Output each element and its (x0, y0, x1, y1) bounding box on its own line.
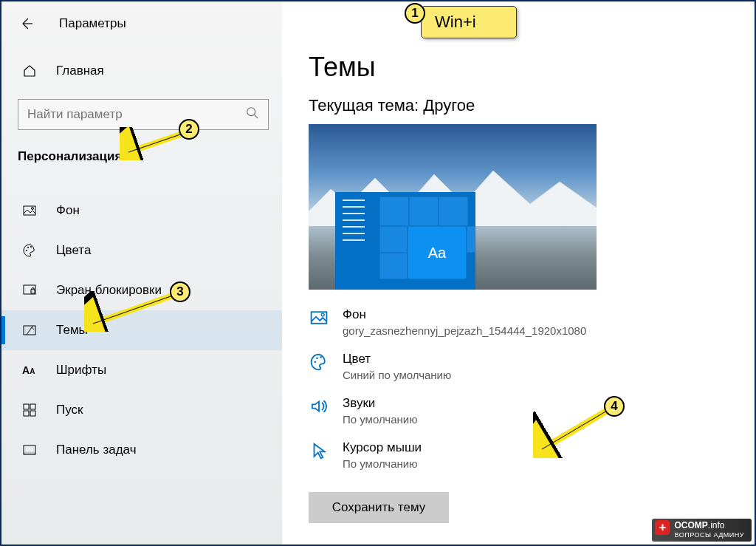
watermark: + OCOMP.info ВОПРОСЫ АДМИНУ (652, 519, 752, 542)
svg-point-18 (316, 358, 318, 360)
option-value: По умолчанию (343, 457, 422, 471)
svg-point-3 (26, 250, 27, 251)
svg-point-4 (27, 247, 29, 248)
option-sounds[interactable]: Звуки По умолчанию (309, 396, 755, 427)
back-button[interactable] (16, 13, 37, 34)
search-input[interactable] (27, 107, 246, 122)
svg-rect-12 (30, 411, 35, 416)
option-cursor[interactable]: Курсор мыши По умолчанию (309, 440, 755, 471)
sidebar-item-label: Шрифты (56, 363, 106, 378)
svg-rect-9 (24, 404, 29, 409)
fonts-icon: AA (22, 364, 38, 376)
lockscreen-icon (22, 283, 38, 298)
start-preview: Aa (335, 192, 475, 290)
option-background[interactable]: Фон gory_zasnezhennyj_pejzazh_154444_192… (309, 307, 755, 338)
window-title: Параметры (59, 16, 126, 31)
option-value: gory_zasnezhennyj_pejzazh_154444_1920x10… (343, 324, 586, 338)
option-title: Цвет (343, 352, 451, 366)
palette-icon (22, 243, 38, 258)
svg-rect-10 (30, 404, 35, 409)
svg-rect-14 (24, 452, 35, 454)
theme-options: Фон gory_zasnezhennyj_pejzazh_154444_192… (309, 307, 755, 471)
sidebar-item-home[interactable]: Главная (1, 53, 282, 89)
svg-rect-1 (24, 206, 35, 215)
sidebar-item-start[interactable]: Пуск (1, 390, 282, 430)
plus-icon: + (655, 520, 670, 535)
annotation-badge-2: 2 (179, 119, 199, 140)
sidebar-item-label: Цвета (56, 243, 91, 258)
svg-point-5 (30, 246, 32, 248)
option-color[interactable]: Цвет Синий по умолчанию (309, 352, 755, 383)
window-header: Параметры (1, 1, 282, 46)
svg-rect-11 (24, 411, 29, 416)
svg-point-16 (321, 313, 324, 316)
option-title: Звуки (343, 396, 417, 411)
sidebar-item-background[interactable]: Фон (1, 191, 282, 231)
annotation-arrow-4 (533, 406, 614, 458)
sidebar-item-colors[interactable]: Цвета (1, 231, 282, 270)
svg-point-19 (320, 356, 322, 358)
sidebar-item-fonts[interactable]: AA Шрифты (1, 350, 282, 390)
svg-point-0 (247, 107, 255, 115)
taskbar-icon (22, 443, 38, 457)
sidebar-item-label: Пуск (56, 403, 83, 417)
main-pane: Темы Текущая тема: Другое Aa (282, 1, 755, 545)
home-label: Главная (56, 64, 104, 78)
search-box[interactable] (18, 99, 269, 130)
search-icon (246, 106, 259, 123)
option-value: По умолчанию (343, 412, 417, 427)
option-title: Фон (343, 307, 586, 322)
option-value: Синий по умолчанию (343, 368, 451, 383)
sidebar-item-taskbar[interactable]: Панель задач (1, 430, 282, 470)
themes-icon (22, 323, 38, 338)
page-title: Темы (282, 1, 755, 96)
annotation-badge-1: 1 (405, 3, 425, 24)
annotation-arrow-3 (84, 291, 180, 332)
annotation-badge-4: 4 (604, 396, 625, 417)
sidebar: Параметры Главная Персонализация Фон Цве… (1, 1, 282, 545)
svg-point-2 (32, 208, 34, 210)
annotation-badge-3: 3 (170, 281, 190, 302)
svg-point-17 (315, 361, 317, 364)
theme-preview[interactable]: Aa (309, 124, 597, 290)
cursor-icon (309, 440, 329, 461)
image-icon (309, 307, 329, 328)
svg-rect-7 (31, 290, 35, 293)
option-title: Курсор мыши (343, 440, 422, 455)
annotation-note-1: Win+i (421, 6, 517, 38)
sidebar-item-label: Фон (56, 203, 80, 218)
palette-icon (309, 352, 329, 372)
sidebar-item-label: Темы (56, 323, 88, 338)
sidebar-item-label: Панель задач (56, 443, 137, 457)
preview-tile-text: Aa (408, 226, 467, 279)
home-icon (22, 64, 38, 78)
image-icon (22, 203, 38, 218)
save-theme-button[interactable]: Сохранить тему (309, 492, 449, 523)
start-icon (22, 403, 38, 417)
sound-icon (309, 396, 329, 417)
current-theme-label: Текущая тема: Другое (282, 96, 755, 124)
